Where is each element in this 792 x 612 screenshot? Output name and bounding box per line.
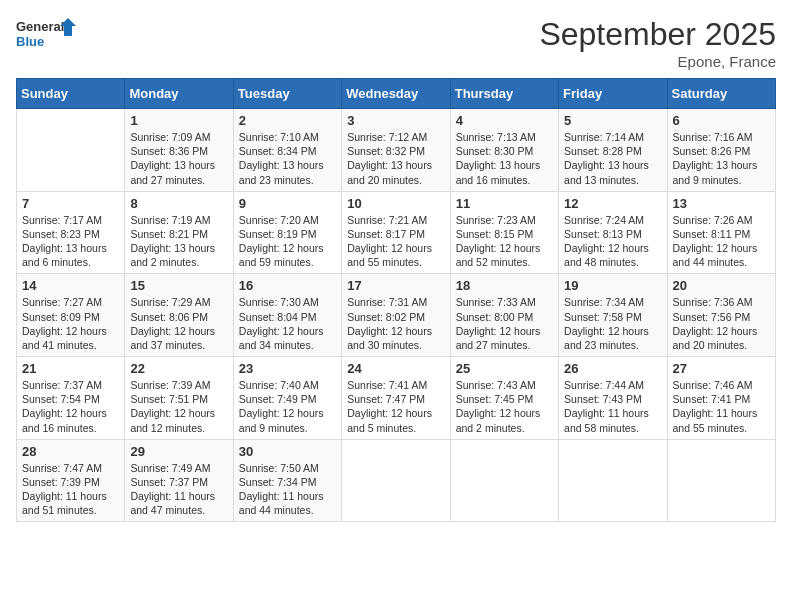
day-info: Sunrise: 7:30 AM Sunset: 8:04 PM Dayligh… <box>239 295 336 352</box>
location-title: Epone, France <box>539 53 776 70</box>
calendar-cell: 28Sunrise: 7:47 AM Sunset: 7:39 PM Dayli… <box>17 439 125 522</box>
logo-svg: General Blue <box>16 16 76 52</box>
header-thursday: Thursday <box>450 79 558 109</box>
day-info: Sunrise: 7:23 AM Sunset: 8:15 PM Dayligh… <box>456 213 553 270</box>
day-info: Sunrise: 7:37 AM Sunset: 7:54 PM Dayligh… <box>22 378 119 435</box>
day-info: Sunrise: 7:26 AM Sunset: 8:11 PM Dayligh… <box>673 213 770 270</box>
calendar-cell: 4Sunrise: 7:13 AM Sunset: 8:30 PM Daylig… <box>450 109 558 192</box>
day-number: 5 <box>564 113 661 128</box>
calendar-cell: 10Sunrise: 7:21 AM Sunset: 8:17 PM Dayli… <box>342 191 450 274</box>
svg-text:Blue: Blue <box>16 34 44 49</box>
day-number: 13 <box>673 196 770 211</box>
logo: General Blue <box>16 16 76 52</box>
calendar-cell: 21Sunrise: 7:37 AM Sunset: 7:54 PM Dayli… <box>17 357 125 440</box>
calendar-cell: 30Sunrise: 7:50 AM Sunset: 7:34 PM Dayli… <box>233 439 341 522</box>
calendar-cell: 25Sunrise: 7:43 AM Sunset: 7:45 PM Dayli… <box>450 357 558 440</box>
day-number: 7 <box>22 196 119 211</box>
calendar-cell: 18Sunrise: 7:33 AM Sunset: 8:00 PM Dayli… <box>450 274 558 357</box>
calendar-cell: 14Sunrise: 7:27 AM Sunset: 8:09 PM Dayli… <box>17 274 125 357</box>
day-info: Sunrise: 7:29 AM Sunset: 8:06 PM Dayligh… <box>130 295 227 352</box>
day-number: 4 <box>456 113 553 128</box>
day-info: Sunrise: 7:49 AM Sunset: 7:37 PM Dayligh… <box>130 461 227 518</box>
day-number: 12 <box>564 196 661 211</box>
day-info: Sunrise: 7:09 AM Sunset: 8:36 PM Dayligh… <box>130 130 227 187</box>
day-number: 30 <box>239 444 336 459</box>
calendar-cell <box>342 439 450 522</box>
day-info: Sunrise: 7:50 AM Sunset: 7:34 PM Dayligh… <box>239 461 336 518</box>
day-number: 17 <box>347 278 444 293</box>
calendar-cell: 2Sunrise: 7:10 AM Sunset: 8:34 PM Daylig… <box>233 109 341 192</box>
day-number: 3 <box>347 113 444 128</box>
day-info: Sunrise: 7:19 AM Sunset: 8:21 PM Dayligh… <box>130 213 227 270</box>
day-info: Sunrise: 7:41 AM Sunset: 7:47 PM Dayligh… <box>347 378 444 435</box>
calendar-cell: 24Sunrise: 7:41 AM Sunset: 7:47 PM Dayli… <box>342 357 450 440</box>
day-number: 16 <box>239 278 336 293</box>
day-info: Sunrise: 7:39 AM Sunset: 7:51 PM Dayligh… <box>130 378 227 435</box>
day-number: 6 <box>673 113 770 128</box>
title-block: September 2025 Epone, France <box>539 16 776 70</box>
day-info: Sunrise: 7:10 AM Sunset: 8:34 PM Dayligh… <box>239 130 336 187</box>
calendar-cell: 26Sunrise: 7:44 AM Sunset: 7:43 PM Dayli… <box>559 357 667 440</box>
day-number: 21 <box>22 361 119 376</box>
calendar-table: SundayMondayTuesdayWednesdayThursdayFrid… <box>16 78 776 522</box>
svg-text:General: General <box>16 19 64 34</box>
calendar-cell: 12Sunrise: 7:24 AM Sunset: 8:13 PM Dayli… <box>559 191 667 274</box>
day-info: Sunrise: 7:47 AM Sunset: 7:39 PM Dayligh… <box>22 461 119 518</box>
page-header: General Blue September 2025 Epone, Franc… <box>16 16 776 70</box>
day-info: Sunrise: 7:20 AM Sunset: 8:19 PM Dayligh… <box>239 213 336 270</box>
day-number: 1 <box>130 113 227 128</box>
day-number: 14 <box>22 278 119 293</box>
calendar-cell: 5Sunrise: 7:14 AM Sunset: 8:28 PM Daylig… <box>559 109 667 192</box>
day-info: Sunrise: 7:34 AM Sunset: 7:58 PM Dayligh… <box>564 295 661 352</box>
header-sunday: Sunday <box>17 79 125 109</box>
day-info: Sunrise: 7:31 AM Sunset: 8:02 PM Dayligh… <box>347 295 444 352</box>
header-monday: Monday <box>125 79 233 109</box>
day-number: 2 <box>239 113 336 128</box>
calendar-cell: 23Sunrise: 7:40 AM Sunset: 7:49 PM Dayli… <box>233 357 341 440</box>
day-info: Sunrise: 7:40 AM Sunset: 7:49 PM Dayligh… <box>239 378 336 435</box>
calendar-cell: 27Sunrise: 7:46 AM Sunset: 7:41 PM Dayli… <box>667 357 775 440</box>
day-info: Sunrise: 7:27 AM Sunset: 8:09 PM Dayligh… <box>22 295 119 352</box>
calendar-cell: 11Sunrise: 7:23 AM Sunset: 8:15 PM Dayli… <box>450 191 558 274</box>
day-number: 11 <box>456 196 553 211</box>
day-number: 18 <box>456 278 553 293</box>
day-number: 28 <box>22 444 119 459</box>
day-number: 25 <box>456 361 553 376</box>
calendar-cell: 9Sunrise: 7:20 AM Sunset: 8:19 PM Daylig… <box>233 191 341 274</box>
day-info: Sunrise: 7:43 AM Sunset: 7:45 PM Dayligh… <box>456 378 553 435</box>
day-number: 8 <box>130 196 227 211</box>
day-number: 26 <box>564 361 661 376</box>
calendar-cell: 15Sunrise: 7:29 AM Sunset: 8:06 PM Dayli… <box>125 274 233 357</box>
calendar-cell: 22Sunrise: 7:39 AM Sunset: 7:51 PM Dayli… <box>125 357 233 440</box>
header-saturday: Saturday <box>667 79 775 109</box>
calendar-cell: 17Sunrise: 7:31 AM Sunset: 8:02 PM Dayli… <box>342 274 450 357</box>
calendar-cell <box>450 439 558 522</box>
day-number: 10 <box>347 196 444 211</box>
calendar-cell: 29Sunrise: 7:49 AM Sunset: 7:37 PM Dayli… <box>125 439 233 522</box>
day-info: Sunrise: 7:12 AM Sunset: 8:32 PM Dayligh… <box>347 130 444 187</box>
calendar-cell: 16Sunrise: 7:30 AM Sunset: 8:04 PM Dayli… <box>233 274 341 357</box>
day-info: Sunrise: 7:46 AM Sunset: 7:41 PM Dayligh… <box>673 378 770 435</box>
month-title: September 2025 <box>539 16 776 53</box>
day-info: Sunrise: 7:36 AM Sunset: 7:56 PM Dayligh… <box>673 295 770 352</box>
calendar-cell: 8Sunrise: 7:19 AM Sunset: 8:21 PM Daylig… <box>125 191 233 274</box>
calendar-cell <box>667 439 775 522</box>
day-number: 27 <box>673 361 770 376</box>
calendar-cell: 20Sunrise: 7:36 AM Sunset: 7:56 PM Dayli… <box>667 274 775 357</box>
header-friday: Friday <box>559 79 667 109</box>
day-number: 19 <box>564 278 661 293</box>
day-info: Sunrise: 7:24 AM Sunset: 8:13 PM Dayligh… <box>564 213 661 270</box>
day-info: Sunrise: 7:33 AM Sunset: 8:00 PM Dayligh… <box>456 295 553 352</box>
calendar-cell: 13Sunrise: 7:26 AM Sunset: 8:11 PM Dayli… <box>667 191 775 274</box>
day-number: 23 <box>239 361 336 376</box>
day-info: Sunrise: 7:21 AM Sunset: 8:17 PM Dayligh… <box>347 213 444 270</box>
day-number: 20 <box>673 278 770 293</box>
day-info: Sunrise: 7:16 AM Sunset: 8:26 PM Dayligh… <box>673 130 770 187</box>
day-number: 22 <box>130 361 227 376</box>
day-info: Sunrise: 7:14 AM Sunset: 8:28 PM Dayligh… <box>564 130 661 187</box>
header-wednesday: Wednesday <box>342 79 450 109</box>
calendar-cell <box>559 439 667 522</box>
header-tuesday: Tuesday <box>233 79 341 109</box>
calendar-cell: 1Sunrise: 7:09 AM Sunset: 8:36 PM Daylig… <box>125 109 233 192</box>
calendar-cell: 6Sunrise: 7:16 AM Sunset: 8:26 PM Daylig… <box>667 109 775 192</box>
